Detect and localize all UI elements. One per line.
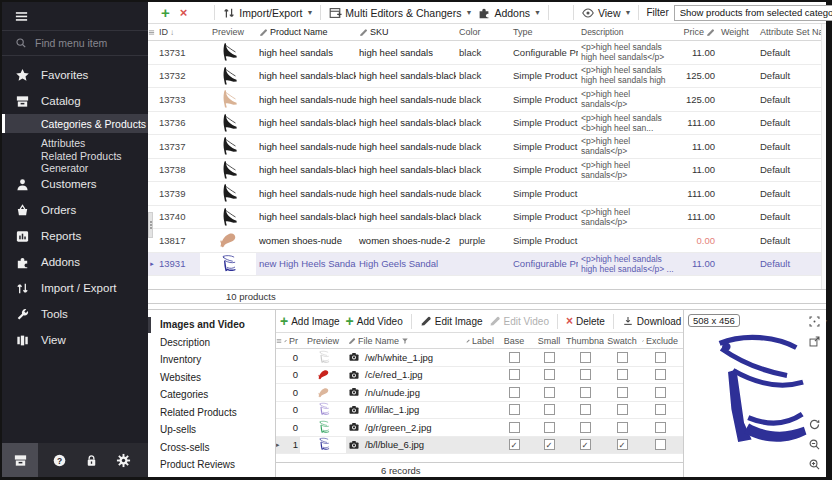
table-row[interactable]: 13737 high heel sandals-nude-36 high hee… bbox=[148, 135, 826, 159]
swatch-checkbox[interactable] bbox=[617, 422, 628, 433]
grid-left-scrollbar-thumb[interactable] bbox=[148, 212, 153, 238]
tab-categories[interactable]: Categories bbox=[148, 386, 275, 404]
hamburger-menu-button[interactable] bbox=[2, 2, 148, 30]
delete-product-button[interactable]: × bbox=[180, 5, 188, 20]
column-header-price[interactable]: Price bbox=[680, 27, 718, 37]
column-header-file-name[interactable]: File Name bbox=[346, 336, 464, 346]
thumbnail-checkbox[interactable]: ✓ bbox=[580, 439, 591, 450]
exclude-checkbox[interactable] bbox=[655, 439, 666, 450]
help-button[interactable] bbox=[52, 453, 67, 468]
tab-images-and-video[interactable]: Images and Video bbox=[148, 316, 275, 334]
addons-menu[interactable]: Addons▼ bbox=[477, 6, 541, 20]
add-video-button[interactable]: +Add Video bbox=[346, 313, 403, 329]
tab-related-products[interactable]: Related Products bbox=[148, 404, 275, 422]
column-header-color[interactable]: Color bbox=[456, 27, 510, 37]
table-row[interactable]: 13738 high heel sandals-black-37 high he… bbox=[148, 159, 826, 183]
tab-cross-sells[interactable]: Cross-sells bbox=[148, 439, 275, 457]
fit-screen-button[interactable] bbox=[808, 315, 821, 328]
small-checkbox[interactable] bbox=[544, 369, 555, 380]
image-row[interactable]: 0 /g/r/green_2.jpg bbox=[276, 419, 683, 437]
sidebar-item-categories-products[interactable]: Categories & Products bbox=[2, 114, 148, 133]
column-header-small[interactable]: Small bbox=[532, 336, 566, 346]
thumbnail-checkbox[interactable] bbox=[580, 404, 591, 415]
small-checkbox[interactable]: ✓ bbox=[544, 439, 555, 450]
rotate-button[interactable] bbox=[808, 418, 821, 431]
column-header-id[interactable]: ID↓ bbox=[156, 27, 200, 37]
column-header-swatch[interactable]: Swatch bbox=[604, 336, 640, 346]
sidebar-item-tools[interactable]: Tools bbox=[2, 301, 148, 327]
table-row[interactable]: 13736 high heel sandals-black-36 high he… bbox=[148, 112, 826, 136]
add-image-button[interactable]: +Add Image bbox=[280, 313, 340, 329]
base-checkbox[interactable]: ✓ bbox=[509, 439, 520, 450]
grid-vertical-scrollbar[interactable] bbox=[821, 24, 826, 289]
small-checkbox[interactable] bbox=[544, 387, 555, 398]
exclude-checkbox[interactable] bbox=[655, 404, 666, 415]
tab-product-reviews[interactable]: Product Reviews bbox=[148, 456, 275, 474]
exclude-checkbox[interactable] bbox=[655, 369, 666, 380]
image-row[interactable]: ▸ 1 /b/l/blue_6.jpg ✓ ✓ ✓ ✓ bbox=[276, 437, 683, 455]
swatch-checkbox[interactable] bbox=[617, 369, 628, 380]
sidebar-item-reports[interactable]: Reports bbox=[2, 223, 148, 249]
tab-description[interactable]: Description bbox=[148, 334, 275, 352]
settings-button[interactable] bbox=[116, 453, 131, 468]
column-header-sku[interactable]: SKU bbox=[356, 27, 456, 37]
table-row[interactable]: 13817 women shoes-nude women shoes-nude-… bbox=[148, 229, 826, 253]
lock-button[interactable] bbox=[84, 453, 99, 468]
column-header-exclude[interactable]: Exclude bbox=[640, 336, 680, 346]
small-checkbox[interactable] bbox=[544, 422, 555, 433]
table-row[interactable]: 13731 high heel sandals high heel sandal… bbox=[148, 41, 826, 65]
base-checkbox[interactable] bbox=[509, 387, 520, 398]
table-row[interactable]: 13740 high heel sandals-black-38 high he… bbox=[148, 206, 826, 230]
column-header-product-name[interactable]: Product Name bbox=[256, 27, 356, 37]
category-filter-select[interactable]: Show products from selected categories ▼ bbox=[674, 5, 832, 21]
open-external-button[interactable] bbox=[808, 335, 821, 348]
table-row[interactable]: 13732 high heel sandals-black high heel … bbox=[148, 65, 826, 89]
tab-up-sells[interactable]: Up-sells bbox=[148, 421, 275, 439]
sidebar-item-addons[interactable]: Addons bbox=[2, 249, 148, 275]
import-export-menu[interactable]: Import/Export▼ bbox=[222, 6, 313, 20]
thumbnail-checkbox[interactable] bbox=[580, 352, 591, 363]
tab-inventory[interactable]: Inventory bbox=[148, 351, 275, 369]
base-checkbox[interactable] bbox=[509, 422, 520, 433]
table-row[interactable]: 13733 high heel sandals-nude high heel s… bbox=[148, 88, 826, 112]
column-header-type[interactable]: Type bbox=[510, 27, 578, 37]
column-header-base[interactable]: Base bbox=[496, 336, 532, 346]
exclude-checkbox[interactable] bbox=[655, 352, 666, 363]
base-checkbox[interactable] bbox=[509, 352, 520, 363]
edit-image-button[interactable]: Edit Image bbox=[420, 315, 483, 327]
view-menu[interactable]: View▼ bbox=[581, 6, 632, 20]
edit-video-button[interactable]: Edit Video bbox=[489, 315, 549, 327]
table-row[interactable]: ▸ 13931 new High Heels Sandals High Geel… bbox=[148, 253, 826, 277]
tab-websites[interactable]: Websites bbox=[148, 369, 275, 387]
image-row[interactable]: 0 /n/u/nude.jpg bbox=[276, 384, 683, 402]
thumbnail-checkbox[interactable] bbox=[580, 387, 591, 398]
column-header-weight[interactable]: Weight bbox=[718, 27, 752, 37]
sidebar-item-customers[interactable]: Customers bbox=[2, 171, 148, 197]
catalog-mode-button[interactable] bbox=[2, 443, 38, 477]
swatch-checkbox[interactable] bbox=[617, 352, 628, 363]
exclude-checkbox[interactable] bbox=[655, 422, 666, 433]
table-row[interactable]: 13739 high heel sandals-nude-37 high hee… bbox=[148, 182, 826, 206]
base-checkbox[interactable] bbox=[509, 369, 520, 380]
zoom-out-button[interactable] bbox=[808, 438, 821, 451]
column-header-preview[interactable]: Preview bbox=[200, 27, 256, 37]
exclude-checkbox[interactable] bbox=[655, 387, 666, 398]
multi-editors-menu[interactable]: Multi Editors & Changers▼ bbox=[328, 6, 472, 20]
sidebar-item-orders[interactable]: Orders bbox=[2, 197, 148, 223]
thumbnail-checkbox[interactable] bbox=[580, 369, 591, 380]
column-header-attribute-set[interactable]: Attribute Set Name bbox=[752, 27, 821, 37]
sidebar-item-related-products-generator[interactable]: Related Products Generator bbox=[2, 152, 148, 171]
sidebar-item-import-export[interactable]: Import / Export bbox=[2, 275, 148, 301]
base-checkbox[interactable] bbox=[509, 404, 520, 415]
zoom-in-button[interactable] bbox=[808, 458, 821, 471]
menu-search-input[interactable]: Find menu item bbox=[2, 30, 148, 56]
swatch-checkbox[interactable] bbox=[617, 387, 628, 398]
column-header-label[interactable]: Label bbox=[464, 336, 496, 346]
swatch-checkbox[interactable] bbox=[617, 404, 628, 415]
add-product-button[interactable]: + bbox=[161, 6, 170, 20]
image-row[interactable]: 0 /l/i/lilac_1.jpg bbox=[276, 402, 683, 420]
thumbnail-checkbox[interactable] bbox=[580, 422, 591, 433]
sidebar-item-view[interactable]: View bbox=[2, 327, 148, 353]
delete-image-button[interactable]: ×Delete bbox=[566, 314, 605, 328]
small-checkbox[interactable] bbox=[544, 404, 555, 415]
